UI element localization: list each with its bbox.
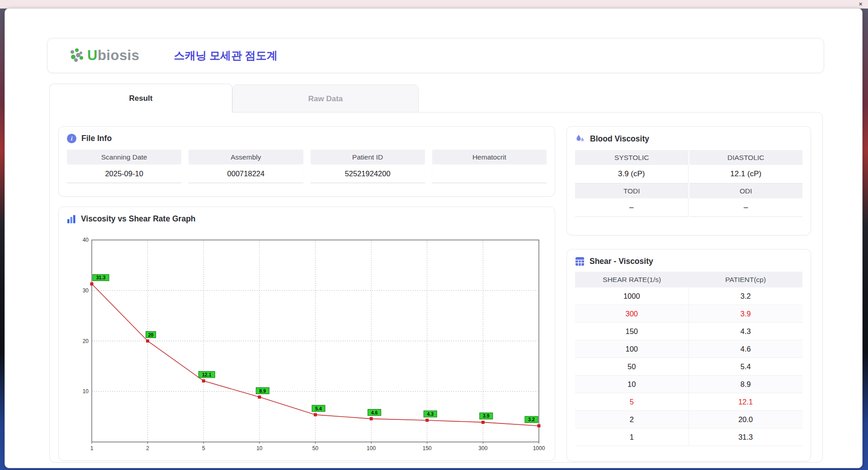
shear-rate-cell: 5 bbox=[575, 393, 689, 411]
shear-rate-cell: 150 bbox=[575, 323, 689, 340]
shear-rate-cell: 50 bbox=[575, 358, 689, 376]
file-info-title: File Info bbox=[81, 134, 112, 143]
shear-viscosity-table: SHEAR RATE(1/s)PATIENT(cp) 1000 3.2 300 … bbox=[575, 272, 802, 446]
file-info-title-row: i File Info bbox=[59, 127, 555, 143]
svg-text:4.3: 4.3 bbox=[427, 411, 434, 417]
graph-card: Viscosity vs Shear Rate Graph 1020304012… bbox=[58, 207, 555, 461]
result-panel: i File Info Scanning Date 2025-09-10 Ass… bbox=[49, 112, 823, 463]
file-info-field-value: 52521924200 bbox=[311, 164, 425, 183]
svg-text:12.1: 12.1 bbox=[202, 372, 212, 377]
shear-table-column-header: SHEAR RATE(1/s) bbox=[575, 272, 689, 287]
patient-viscosity-cell: 4.6 bbox=[689, 340, 803, 358]
file-info-field-value: 2025-09-10 bbox=[67, 164, 181, 183]
shear-table-row: 1000 3.2 bbox=[575, 287, 802, 305]
app-window: Ubiosis 스캐닝 모세관 점도계 Result Raw Data i Fi… bbox=[5, 8, 863, 468]
water-drop-icon bbox=[575, 134, 585, 144]
shear-table-column-header: PATIENT(cp) bbox=[689, 272, 803, 287]
svg-text:10: 10 bbox=[83, 388, 89, 395]
blood-viscosity-value-row: 3.9 (cP)12.1 (cP) bbox=[575, 165, 802, 183]
blood-viscosity-value: 3.9 (cP) bbox=[575, 165, 689, 183]
svg-text:5: 5 bbox=[202, 445, 205, 451]
blood-viscosity-title-row: Blood Viscosity bbox=[567, 127, 811, 144]
file-info-field: Hematocrit bbox=[432, 150, 547, 183]
svg-text:30: 30 bbox=[83, 287, 89, 294]
shear-rate-cell: 1000 bbox=[575, 287, 689, 305]
file-info-field-label: Scanning Date bbox=[67, 150, 181, 164]
shear-table-row: 50 5.4 bbox=[575, 358, 802, 376]
svg-text:40: 40 bbox=[83, 237, 89, 243]
graph-title: Viscosity vs Shear Rate Graph bbox=[81, 214, 196, 224]
logo-text-u: Ubiosis bbox=[87, 47, 139, 64]
svg-text:3.2: 3.2 bbox=[528, 417, 535, 422]
shear-table-row: 1 31.3 bbox=[575, 428, 802, 446]
svg-text:100: 100 bbox=[367, 445, 376, 451]
patient-viscosity-cell: 3.9 bbox=[689, 305, 803, 323]
file-info-field-label: Patient ID bbox=[311, 150, 425, 164]
desktop-topbar: × bbox=[0, 0, 868, 9]
app-title: 스캐닝 모세관 점도계 bbox=[174, 48, 277, 63]
svg-text:10: 10 bbox=[256, 445, 263, 451]
graph-title-row: Viscosity vs Shear Rate Graph bbox=[59, 207, 555, 224]
svg-text:3.9: 3.9 bbox=[483, 413, 490, 418]
file-info-field-label: Hematocrit bbox=[432, 150, 547, 164]
shear-table-row: 300 3.9 bbox=[575, 305, 802, 323]
logo-letter: U bbox=[87, 47, 98, 63]
file-info-field: Scanning Date 2025-09-10 bbox=[67, 150, 181, 183]
file-info-field-value: 000718224 bbox=[189, 164, 303, 183]
shear-table-row: 10 8.9 bbox=[575, 376, 802, 393]
file-info-card: i File Info Scanning Date 2025-09-10 Ass… bbox=[58, 126, 555, 197]
tab-raw-data[interactable]: Raw Data bbox=[232, 85, 419, 113]
blood-viscosity-value: – bbox=[575, 198, 689, 217]
shear-viscosity-title-row: Shear - Viscosity bbox=[567, 249, 811, 266]
svg-text:1000: 1000 bbox=[533, 445, 545, 451]
app-header: Ubiosis 스캐닝 모세관 점도계 bbox=[47, 38, 824, 73]
blood-viscosity-value: 12.1 (cP) bbox=[689, 165, 803, 183]
file-info-field: Assembly 000718224 bbox=[189, 150, 303, 183]
viscosity-chart: 102030401251050100150300100031.32012.18.… bbox=[65, 232, 547, 455]
close-icon[interactable]: × bbox=[859, 0, 863, 8]
shear-viscosity-card: Shear - Viscosity SHEAR RATE(1/s)PATIENT… bbox=[566, 249, 811, 461]
bar-chart-icon bbox=[67, 215, 76, 224]
blood-viscosity-header: TODI bbox=[575, 183, 689, 198]
blood-viscosity-title: Blood Viscosity bbox=[590, 134, 649, 144]
shear-table-row: 2 20.0 bbox=[575, 411, 802, 428]
svg-text:20: 20 bbox=[83, 338, 89, 344]
blood-viscosity-header-row: TODIODI bbox=[575, 183, 802, 198]
blood-viscosity-table: SYSTOLICDIASTOLIC 3.9 (cP)12.1 (cP)TODIO… bbox=[575, 150, 802, 217]
svg-text:50: 50 bbox=[312, 445, 319, 451]
ubiosis-logo: Ubiosis bbox=[68, 47, 139, 64]
shear-table-row: 5 12.1 bbox=[575, 393, 802, 411]
patient-viscosity-cell: 12.1 bbox=[689, 393, 803, 411]
tab-result[interactable]: Result bbox=[49, 84, 232, 113]
svg-text:300: 300 bbox=[478, 445, 487, 451]
shear-viscosity-title: Shear - Viscosity bbox=[590, 257, 653, 266]
blood-viscosity-header: DIASTOLIC bbox=[689, 150, 803, 165]
shear-rate-cell: 100 bbox=[575, 340, 689, 358]
shear-table-header-row: SHEAR RATE(1/s)PATIENT(cp) bbox=[575, 272, 802, 287]
svg-text:2: 2 bbox=[146, 445, 149, 451]
svg-text:4.6: 4.6 bbox=[371, 410, 378, 415]
patient-viscosity-cell: 4.3 bbox=[689, 323, 803, 340]
svg-text:20: 20 bbox=[148, 332, 154, 338]
shear-rate-cell: 300 bbox=[575, 305, 689, 323]
table-grid-icon bbox=[575, 257, 585, 266]
file-info-field-value bbox=[432, 164, 547, 183]
svg-text:1: 1 bbox=[90, 445, 94, 451]
svg-text:5.4: 5.4 bbox=[315, 406, 322, 411]
shear-rate-cell: 2 bbox=[575, 411, 689, 428]
file-info-field: Patient ID 52521924200 bbox=[311, 150, 425, 183]
svg-text:31.3: 31.3 bbox=[96, 275, 106, 280]
patient-viscosity-cell: 31.3 bbox=[689, 428, 803, 446]
info-icon: i bbox=[67, 134, 76, 143]
patient-viscosity-cell: 20.0 bbox=[689, 411, 803, 428]
shear-table-row: 100 4.6 bbox=[575, 340, 802, 358]
patient-viscosity-cell: 5.4 bbox=[689, 358, 803, 376]
shear-table-row: 150 4.3 bbox=[575, 323, 802, 340]
blood-viscosity-header: ODI bbox=[689, 183, 803, 198]
blood-viscosity-value: – bbox=[689, 198, 803, 217]
file-info-fields: Scanning Date 2025-09-10 Assembly 000718… bbox=[67, 150, 547, 183]
patient-viscosity-cell: 3.2 bbox=[689, 287, 803, 305]
shear-rate-cell: 1 bbox=[575, 428, 689, 446]
svg-text:150: 150 bbox=[423, 445, 432, 451]
blood-viscosity-header: SYSTOLIC bbox=[575, 150, 689, 165]
